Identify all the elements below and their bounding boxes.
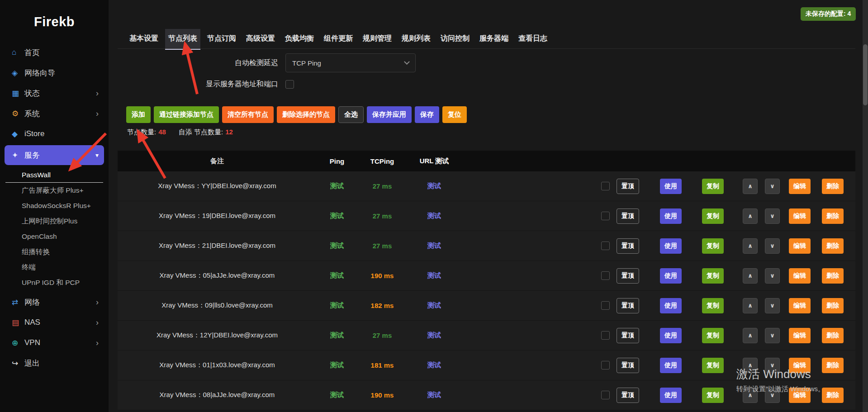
tab-log[interactable]: 查看日志 [515, 29, 550, 50]
move-down-button[interactable]: ∨ [765, 238, 780, 254]
sidebar-item-logout[interactable]: ↪退出 [5, 354, 104, 372]
row-checkbox[interactable] [601, 242, 610, 250]
ping-test-link[interactable]: 测试 [330, 271, 344, 279]
toolbar-button-save[interactable]: 保存 [415, 106, 439, 123]
delete-button[interactable]: 删除 [822, 238, 844, 254]
delete-button[interactable]: 删除 [822, 388, 844, 403]
sidebar-item-network[interactable]: ⇄网络› [5, 293, 104, 311]
move-up-button[interactable]: ∧ [743, 298, 758, 313]
tab-node-list[interactable]: 节点列表 [165, 29, 200, 50]
sidebar-subitem-upnp[interactable]: UPnP IGD 和 PCP [5, 275, 103, 290]
copy-button[interactable]: 复制 [702, 208, 724, 224]
move-up-button[interactable]: ∧ [743, 238, 758, 254]
use-button[interactable]: 使用 [660, 328, 682, 343]
ping-test-link[interactable]: 测试 [330, 391, 344, 398]
sidebar-item-system[interactable]: ⚙系统› [5, 104, 104, 123]
ping-test-link[interactable]: 测试 [330, 301, 344, 309]
sidebar-subitem-adblock-plus[interactable]: 广告屏蔽大师 Plus+ [5, 183, 103, 198]
sidebar-item-nas[interactable]: ▤NAS› [5, 313, 104, 331]
delete-button[interactable]: 删除 [822, 358, 844, 373]
use-button[interactable]: 使用 [660, 268, 682, 284]
move-up-button[interactable]: ∧ [743, 328, 758, 343]
toolbar-button-clear-all[interactable]: 清空所有节点 [222, 106, 274, 123]
use-button[interactable]: 使用 [660, 388, 682, 403]
ping-test-link[interactable]: 测试 [330, 212, 344, 219]
tab-rule-manage[interactable]: 规则管理 [360, 29, 395, 50]
tab-load-balance[interactable]: 负载均衡 [282, 29, 317, 50]
delete-button[interactable]: 删除 [822, 328, 844, 343]
pin-top-button[interactable]: 置顶 [617, 358, 639, 373]
ping-test-link[interactable]: 测试 [330, 242, 344, 249]
sidebar-subitem-openclash[interactable]: OpenClash [5, 229, 103, 244]
toolbar-button-add[interactable]: 添加 [126, 106, 151, 123]
tab-basic[interactable]: 基本设置 [126, 29, 161, 50]
row-checkbox[interactable] [601, 391, 610, 399]
tab-access-control[interactable]: 访问控制 [437, 29, 473, 50]
toolbar-button-delete-selected[interactable]: 删除选择的节点 [277, 106, 335, 123]
pin-top-button[interactable]: 置顶 [617, 179, 639, 194]
move-down-button[interactable]: ∨ [765, 298, 780, 313]
sidebar-item-services[interactable]: ✦服务▾ [5, 145, 104, 165]
pin-top-button[interactable]: 置顶 [617, 208, 639, 224]
edit-button[interactable]: 编辑 [789, 238, 811, 254]
tab-component-update[interactable]: 组件更新 [321, 29, 356, 50]
move-up-button[interactable]: ∧ [743, 268, 758, 284]
url-test-link[interactable]: 测试 [427, 212, 441, 219]
sidebar-item-home[interactable]: ⌂首页 [5, 43, 104, 62]
ping-method-select[interactable]: TCP Ping [285, 53, 416, 72]
row-checkbox[interactable] [601, 212, 610, 220]
pin-top-button[interactable]: 置顶 [617, 388, 639, 403]
move-up-button[interactable]: ∧ [743, 179, 758, 194]
pin-top-button[interactable]: 置顶 [617, 238, 639, 254]
move-up-button[interactable]: ∧ [743, 208, 758, 224]
toolbar-button-save-apply[interactable]: 保存并应用 [367, 106, 412, 123]
move-down-button[interactable]: ∨ [765, 328, 780, 343]
ping-test-link[interactable]: 测试 [330, 361, 344, 369]
delete-button[interactable]: 删除 [822, 298, 844, 313]
copy-button[interactable]: 复制 [702, 179, 724, 194]
use-button[interactable]: 使用 [660, 298, 682, 313]
tab-subscription[interactable]: 节点订阅 [204, 29, 239, 50]
url-test-link[interactable]: 测试 [427, 391, 441, 398]
sidebar-subitem-time-control-plus[interactable]: 上网时间控制Plus [5, 213, 103, 229]
row-checkbox[interactable] [601, 331, 610, 340]
sidebar-subitem-ssr-plus[interactable]: ShadowSocksR Plus+ [5, 198, 103, 213]
delete-button[interactable]: 删除 [822, 179, 844, 194]
url-test-link[interactable]: 测试 [427, 361, 441, 369]
url-test-link[interactable]: 测试 [427, 331, 441, 339]
pin-top-button[interactable]: 置顶 [617, 298, 639, 313]
row-checkbox[interactable] [601, 301, 610, 310]
sidebar-subitem-passwall[interactable]: PassWall [5, 167, 103, 183]
tab-rule-list[interactable]: 规则列表 [398, 29, 434, 50]
edit-button[interactable]: 编辑 [789, 328, 811, 343]
edit-button[interactable]: 编辑 [789, 179, 811, 194]
row-checkbox[interactable] [601, 182, 610, 190]
copy-button[interactable]: 复制 [702, 238, 724, 254]
tab-advanced[interactable]: 高级设置 [243, 29, 278, 50]
row-checkbox[interactable] [601, 271, 610, 280]
scrollbar-thumb[interactable] [863, 44, 868, 105]
ping-test-link[interactable]: 测试 [330, 182, 344, 189]
pin-top-button[interactable]: 置顶 [617, 328, 639, 343]
url-test-link[interactable]: 测试 [427, 271, 441, 279]
tab-server[interactable]: 服务器端 [476, 29, 512, 50]
edit-button[interactable]: 编辑 [789, 268, 811, 284]
unsaved-config-badge[interactable]: 未保存的配置: 4 [801, 7, 856, 21]
sidebar-item-wizard[interactable]: ◈网络向导 [5, 64, 104, 82]
sidebar-item-istore[interactable]: ◆iStore [5, 125, 104, 143]
use-button[interactable]: 使用 [660, 358, 682, 373]
use-button[interactable]: 使用 [660, 238, 682, 254]
toolbar-button-select-all[interactable]: 全选 [338, 106, 364, 123]
use-button[interactable]: 使用 [660, 179, 682, 194]
edit-button[interactable]: 编辑 [789, 208, 811, 224]
copy-button[interactable]: 复制 [702, 328, 724, 343]
toolbar-button-add-by-link[interactable]: 通过链接添加节点 [154, 106, 219, 123]
edit-button[interactable]: 编辑 [789, 298, 811, 313]
move-down-button[interactable]: ∨ [765, 268, 780, 284]
ping-test-link[interactable]: 测试 [330, 331, 344, 339]
toolbar-button-reset[interactable]: 复位 [442, 106, 467, 123]
sidebar-subitem-terminal[interactable]: 终端 [5, 260, 103, 275]
show-address-checkbox[interactable] [285, 80, 294, 89]
move-down-button[interactable]: ∨ [765, 208, 780, 224]
url-test-link[interactable]: 测试 [427, 301, 441, 309]
